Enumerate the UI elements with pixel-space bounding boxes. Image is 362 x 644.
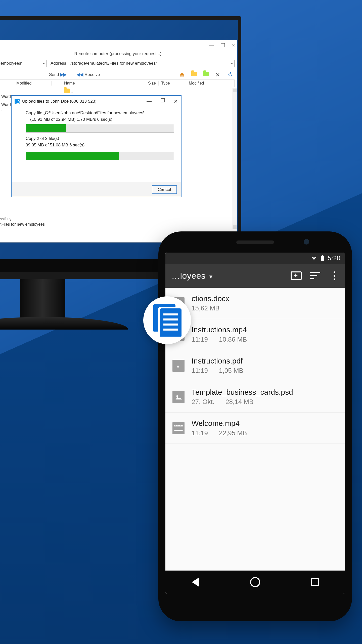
file-size: 1,05 MB: [219, 367, 243, 375]
dialog-title: Upload files to John Doe (606 013 523): [22, 99, 97, 104]
file-row[interactable]: Instructions.mp411:1910,86 MB: [165, 319, 345, 350]
copy-file-line: Copy file „C:\Users\john.doe\Desktop\Fil…: [26, 110, 172, 115]
file-size: 15,62 MB: [192, 304, 219, 312]
svg-rect-8: [322, 255, 323, 256]
pdf-icon: A: [172, 360, 185, 372]
file-time: 11:19: [192, 336, 208, 343]
minimize-icon[interactable]: —: [147, 98, 152, 104]
batch-line-2: 39.05 MB of 51.08 MB 6 sec(s): [26, 143, 172, 148]
file-name: ctions.docx: [192, 294, 229, 303]
batch-progress-bar: [26, 152, 174, 160]
file-row[interactable]: ctions.docx15,62 MB: [165, 288, 345, 319]
app-bar: …loyees ▼: [165, 264, 345, 288]
close-icon[interactable]: ×: [232, 42, 235, 49]
android-nav-bar: [165, 571, 345, 594]
back-button[interactable]: [188, 575, 203, 590]
home-icon[interactable]: [179, 72, 185, 77]
file-time: 11:19: [192, 367, 208, 375]
file-name: Template_business_cards.psd: [192, 388, 293, 396]
local-address-input[interactable]: employees\ ▾: [0, 60, 47, 67]
file-time: 11:19: [192, 429, 208, 437]
file-row[interactable]: Template_business_cards.psd27. Okt.28,14…: [165, 381, 345, 413]
svg-rect-7: [321, 256, 324, 261]
cancel-button[interactable]: Cancel: [152, 185, 177, 194]
svg-text:A: A: [177, 365, 179, 369]
maximize-icon[interactable]: [161, 98, 165, 102]
svg-point-19: [176, 395, 178, 397]
send-icon: ▶▶: [60, 72, 67, 77]
send-button[interactable]: Send ▶▶: [49, 72, 67, 77]
file-time: 27. Okt.: [192, 398, 214, 406]
video-icon: [172, 422, 185, 434]
file-name: Instructions.mp4: [192, 326, 247, 334]
minimize-icon[interactable]: —: [209, 43, 214, 48]
file-size: 22,95 MB: [219, 429, 247, 437]
scrollbar[interactable]: [232, 88, 237, 229]
file-size: 10,86 MB: [219, 336, 247, 343]
remote-columns-header: Modified Name Size Type Modified: [0, 79, 235, 87]
file-name: Instructions.pdf: [192, 357, 243, 365]
remote-status-label: Remote computer (processing your request…: [74, 51, 162, 56]
android-status-bar: 5:20: [165, 253, 345, 264]
svg-point-21: [175, 425, 176, 426]
address-label: Address: [51, 61, 66, 66]
batch-progress-fill: [26, 152, 119, 160]
file-size: 28,14 MB: [225, 398, 253, 406]
new-folder-icon[interactable]: [203, 72, 209, 77]
teamviewer-icon: [15, 99, 20, 104]
local-col-modified: Modified: [16, 81, 31, 85]
receive-button[interactable]: ◀◀ Receive: [77, 72, 100, 77]
image-icon: [172, 391, 185, 403]
file-progress-bar: [26, 124, 174, 133]
sort-button[interactable]: [308, 269, 322, 283]
battery-icon: [321, 255, 325, 261]
remote-parent-row[interactable]: ..: [0, 88, 235, 95]
file-progress-fill: [26, 124, 66, 132]
chevron-down-icon[interactable]: ▾: [43, 61, 45, 65]
folder-icon: [64, 89, 70, 93]
file-progress-text: (10.91 MB of 22.94 MB) 1.70 MB/s 6 sec(s…: [30, 117, 172, 122]
svg-point-22: [177, 425, 177, 426]
file-transfer-badge-icon: [143, 296, 191, 344]
recents-button[interactable]: [307, 575, 323, 590]
home-button[interactable]: [248, 575, 263, 590]
svg-point-24: [180, 425, 181, 426]
file-row[interactable]: AInstructions.pdf11:191,05 MB: [165, 350, 345, 381]
up-folder-icon[interactable]: [191, 72, 197, 77]
status-time: 5:20: [328, 254, 340, 262]
svg-point-23: [178, 425, 179, 426]
remote-address-input[interactable]: /storage/emulated/0/Files for new employ…: [69, 60, 235, 67]
upload-dialog: Upload files to John Doe (606 013 523) —…: [11, 95, 182, 197]
chevron-down-icon[interactable]: ▼: [208, 274, 214, 280]
receive-icon: ◀◀: [77, 72, 84, 77]
android-phone: 5:20 …loyees ▼ ctions.docx15,62 MBInstru…: [158, 231, 352, 621]
maximize-icon[interactable]: [221, 43, 225, 47]
delete-icon[interactable]: ✕: [215, 72, 221, 77]
new-folder-button[interactable]: [289, 269, 303, 283]
app-bar-title[interactable]: …loyees ▼: [171, 271, 214, 281]
transfer-log: ssfully. \Files for new employees: [0, 217, 45, 227]
batch-line-1: Copy 2 of 2 file(s): [26, 136, 172, 141]
overflow-menu-button[interactable]: [327, 269, 341, 283]
wifi-icon: [310, 255, 318, 261]
close-icon[interactable]: ✕: [174, 98, 178, 104]
chevron-down-icon[interactable]: ▾: [231, 61, 233, 65]
refresh-icon[interactable]: [228, 72, 233, 77]
file-row[interactable]: Welcome.mp411:1922,95 MB: [165, 413, 345, 444]
file-name: Welcome.mp4: [192, 419, 247, 428]
file-list[interactable]: ctions.docx15,62 MBInstructions.mp411:19…: [165, 288, 345, 571]
